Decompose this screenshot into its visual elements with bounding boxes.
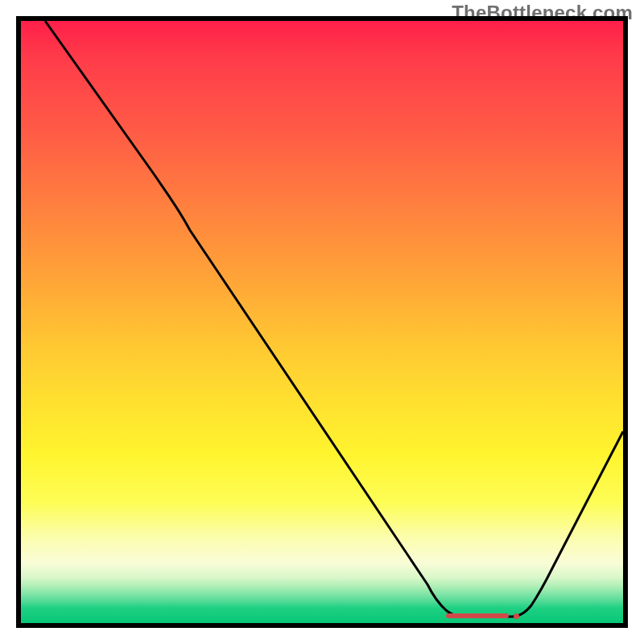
- bottleneck-curve: [21, 21, 623, 623]
- optimal-range-marker: [446, 613, 509, 618]
- optimal-range-end-dot: [514, 613, 519, 619]
- plot-area: [16, 16, 628, 628]
- chart-container: TheBottleneck.com: [0, 0, 644, 644]
